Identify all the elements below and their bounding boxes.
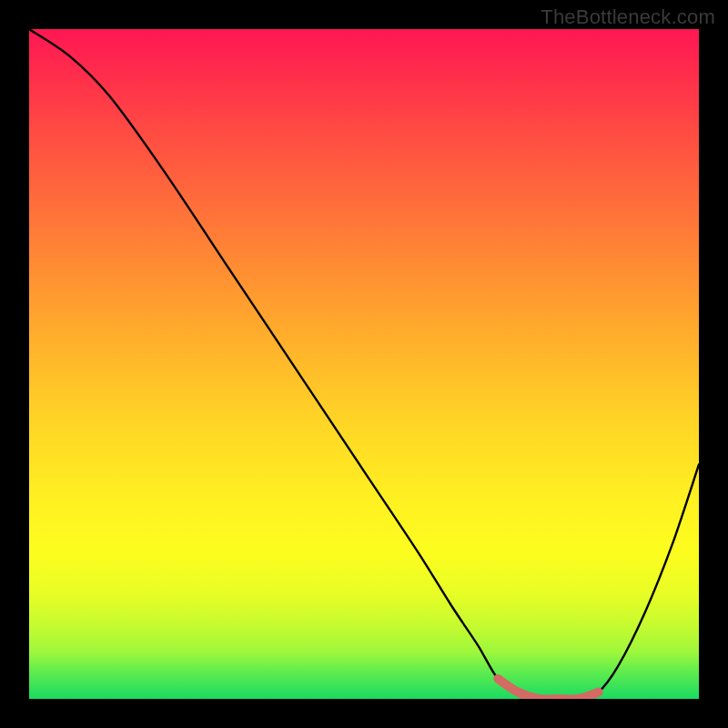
highlight-flat-path	[498, 679, 598, 699]
watermark-text: TheBottleneck.com	[541, 5, 715, 29]
chart-svg	[29, 29, 699, 699]
plot-area	[29, 29, 699, 699]
bottleneck-curve-path	[29, 29, 699, 699]
chart-container: TheBottleneck.com	[0, 0, 728, 728]
